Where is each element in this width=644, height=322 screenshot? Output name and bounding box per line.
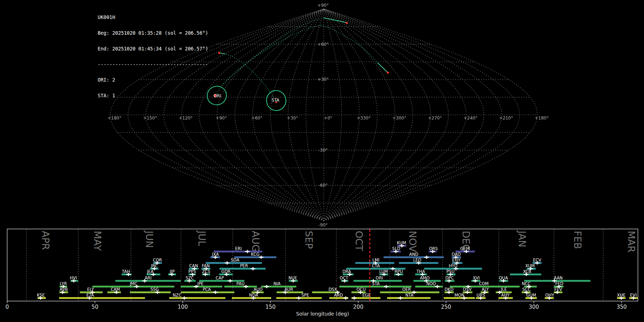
meteor-trail — [225, 54, 276, 101]
map-longitude-label: +0° — [324, 116, 332, 121]
shower-label: ORI — [376, 275, 383, 280]
month-label: MAY — [92, 231, 103, 251]
graticule-meridian — [235, 9, 324, 221]
peak-cross — [424, 256, 429, 259]
map-longitude-label: +120° — [179, 116, 193, 121]
shower-label: KSE — [37, 293, 45, 298]
peak-cross — [384, 285, 389, 288]
map-latitude-label: +60° — [317, 42, 328, 47]
shower-label: PER — [240, 263, 248, 268]
shower-label: SCC — [522, 287, 531, 292]
map-latitude-label: +30° — [317, 77, 328, 82]
meteor-trails — [215, 18, 387, 101]
month-label: JAN — [517, 230, 528, 247]
meteor-endpoint-dot — [387, 72, 389, 74]
shower-label: NZC — [173, 293, 182, 298]
peak-cross — [343, 297, 348, 300]
shower-label: EHY — [452, 258, 461, 263]
peak-cross — [182, 297, 187, 300]
shower-label: OCU — [357, 287, 366, 292]
shower-label: OCT — [340, 275, 348, 280]
map-longitude-label: +180° — [108, 116, 122, 121]
axis-tick-label: 300 — [529, 304, 539, 310]
axis-title: Solar longitude (deg) — [296, 311, 349, 317]
shower-label: ECV — [533, 258, 541, 263]
shower-label: AHY — [501, 293, 510, 298]
shower-label: RPU — [395, 269, 403, 274]
shower-label: GDR — [221, 269, 231, 274]
end-time-line: End: 20251020 01:45:34 (sol = 206.57°) — [98, 46, 208, 52]
shower-label: LEO — [413, 258, 421, 263]
shower-label: AMO — [420, 275, 430, 280]
month-label: OCT — [353, 231, 365, 251]
peak-cross — [297, 297, 301, 300]
shower-label: FAN — [202, 263, 210, 268]
observation-header: UK001H Beg: 20251020 01:35:28 (sol = 206… — [98, 4, 208, 109]
shower-labels: KUMERISLDORSGEMJXAKCGANDDADCORSDALMILEOE… — [37, 240, 636, 298]
month-label: SEP — [303, 231, 314, 249]
shower-label: HYD — [449, 263, 458, 268]
peak-cross — [352, 297, 357, 300]
shower-label: SSG — [150, 287, 159, 292]
shower-label: PCA — [203, 287, 211, 292]
meteor-trail — [324, 18, 346, 23]
shower-label: XVI — [473, 275, 480, 280]
shower-label: XHE — [617, 293, 626, 298]
axis-tick-label: 200 — [353, 304, 364, 310]
axis-tick-label: 150 — [265, 304, 276, 310]
month-labels: APRMAYJUNJULAUGSEPOCTNOVDECJANFEBMAR — [40, 230, 637, 253]
shower-label: MON — [454, 293, 464, 298]
peak-cross — [245, 250, 250, 253]
shower-label: THA — [416, 269, 425, 274]
sta-count-line: STA: 1 — [98, 93, 208, 98]
map-latitude-label: +90° — [317, 3, 328, 8]
axis-tick-label: 50 — [92, 304, 98, 310]
axis-tick-label: 350 — [616, 304, 627, 310]
shower-label: STA — [372, 281, 380, 286]
axis-tick-label: 100 — [177, 304, 188, 310]
shower-label: PPS — [189, 269, 196, 274]
shower-label: ALY — [482, 287, 489, 292]
shower-label: DRA — [342, 269, 351, 274]
shower-label: DKD — [444, 287, 453, 292]
month-label: JUN — [144, 230, 155, 248]
shower-label: FED — [555, 281, 564, 286]
shower-label: SPE — [301, 293, 309, 298]
meteor-trail — [378, 63, 387, 72]
month-label: MAR — [626, 231, 637, 253]
meteor-trail — [215, 25, 321, 96]
shower-label: KCG — [251, 252, 259, 257]
shower-label: XCB — [523, 269, 531, 274]
peak-cross — [225, 262, 229, 265]
peak-cross — [398, 297, 403, 300]
shower-label: LUM — [379, 269, 388, 274]
meteor-trail — [220, 53, 225, 54]
shower-label: AND — [409, 252, 418, 257]
shower-label: NCC — [522, 281, 531, 286]
shower-label: DSV — [463, 287, 472, 292]
shower-label: ERI — [235, 246, 242, 251]
shower-label: DAD — [452, 252, 461, 257]
peak-cross — [228, 279, 233, 283]
shower-label: NIA — [273, 281, 280, 286]
map-latitude-label: -30° — [318, 148, 328, 153]
map-longitude-label: +270° — [428, 116, 442, 121]
shower-label: AUD — [254, 287, 263, 292]
shower-label: CAP — [216, 275, 224, 280]
shower-label: CAM — [111, 287, 120, 292]
shower-label: ARD — [334, 293, 343, 298]
map-longitude-label: +180° — [535, 116, 549, 121]
separator-line: -------------------------------------- — [98, 62, 208, 67]
meteor-endpoint-dot — [218, 52, 220, 54]
ori-count-line: ORI: 2 — [98, 77, 208, 83]
meteor-trail — [222, 18, 324, 85]
shower-label: JPE — [197, 281, 204, 286]
shower-label: ORS — [429, 246, 438, 251]
shower-label: SZC — [186, 275, 194, 280]
map-longitude-label: +90° — [216, 116, 227, 121]
x-axis: 050100150200250300350Solar longitude (de… — [5, 301, 627, 317]
shower-label: XUM — [525, 263, 535, 268]
shower-label: GEM — [460, 246, 469, 251]
shower-label: LMI — [372, 258, 380, 263]
shower-label: DPC — [445, 275, 454, 280]
